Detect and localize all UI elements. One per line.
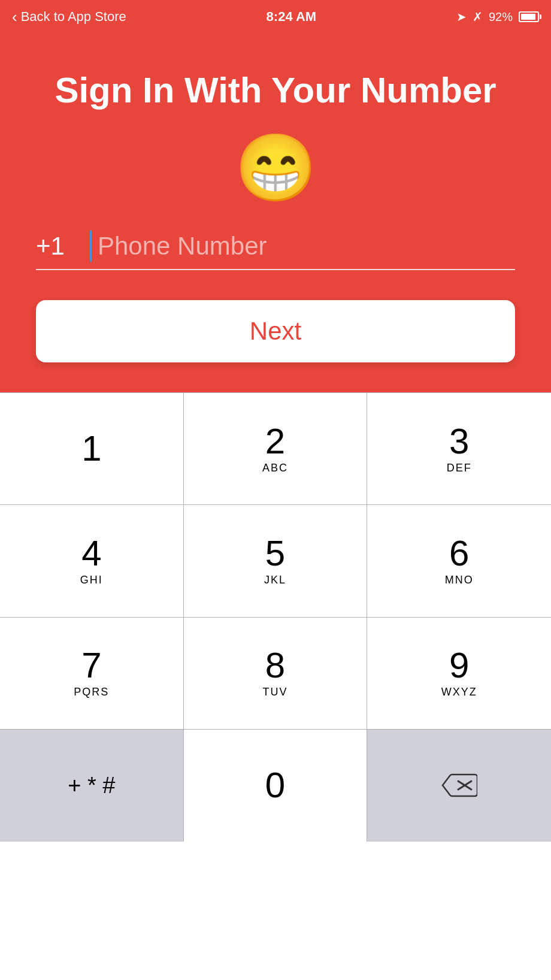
delete-icon (441, 772, 477, 798)
key-1[interactable]: 1 (0, 393, 184, 505)
status-time: 8:24 AM (267, 9, 317, 25)
key-delete[interactable] (367, 730, 551, 842)
key-5[interactable]: 5 JKL (184, 505, 368, 617)
phone-number-placeholder: Phone Number (98, 232, 267, 261)
key-7[interactable]: 7 PQRS (0, 618, 184, 730)
key-symbols[interactable]: + * # (0, 730, 184, 842)
key-0[interactable]: 0 (184, 730, 368, 842)
main-content-area: Sign In With Your Number 😁 +1 Phone Numb… (0, 34, 551, 392)
country-code: +1 (36, 232, 78, 261)
status-bar: ‹ Back to App Store 8:24 AM ➤ ✗ 92% (0, 0, 551, 34)
battery-percentage: 92% (489, 10, 513, 24)
location-icon: ➤ (456, 10, 467, 24)
back-to-store[interactable]: ‹ Back to App Store (12, 8, 126, 26)
keypad-grid: 1 2 ABC 3 DEF 4 GHI 5 JKL 6 MNO 7 PQRS 8 (0, 392, 551, 842)
key-8[interactable]: 8 TUV (184, 618, 368, 730)
key-6[interactable]: 6 MNO (367, 505, 551, 617)
key-9[interactable]: 9 WXYZ (367, 618, 551, 730)
back-chevron-icon: ‹ (12, 8, 17, 26)
key-4[interactable]: 4 GHI (0, 505, 184, 617)
next-button[interactable]: Next (36, 300, 515, 362)
key-3[interactable]: 3 DEF (367, 393, 551, 505)
phone-input-row[interactable]: +1 Phone Number (36, 231, 515, 270)
status-icons: ➤ ✗ 92% (456, 10, 539, 24)
key-2[interactable]: 2 ABC (184, 393, 368, 505)
page-title: Sign In With Your Number (55, 69, 496, 111)
text-cursor (90, 231, 92, 262)
phone-keypad: 1 2 ABC 3 DEF 4 GHI 5 JKL 6 MNO 7 PQRS 8 (0, 392, 551, 842)
smiley-emoji: 😁 (235, 135, 317, 201)
battery-icon (519, 11, 539, 22)
bluetooth-icon: ✗ (473, 10, 483, 24)
